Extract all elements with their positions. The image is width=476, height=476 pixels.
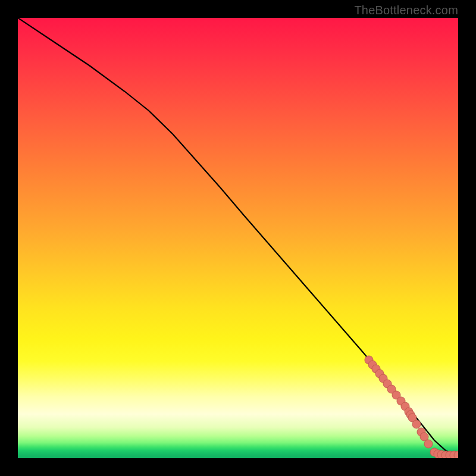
attribution-text: TheBottleneck.com bbox=[354, 4, 458, 17]
data-point bbox=[424, 440, 433, 448]
plot-area bbox=[18, 18, 458, 458]
data-markers bbox=[365, 356, 458, 458]
chart-frame: TheBottleneck.com bbox=[0, 0, 476, 476]
chart-svg bbox=[18, 18, 458, 458]
data-point bbox=[412, 420, 421, 428]
